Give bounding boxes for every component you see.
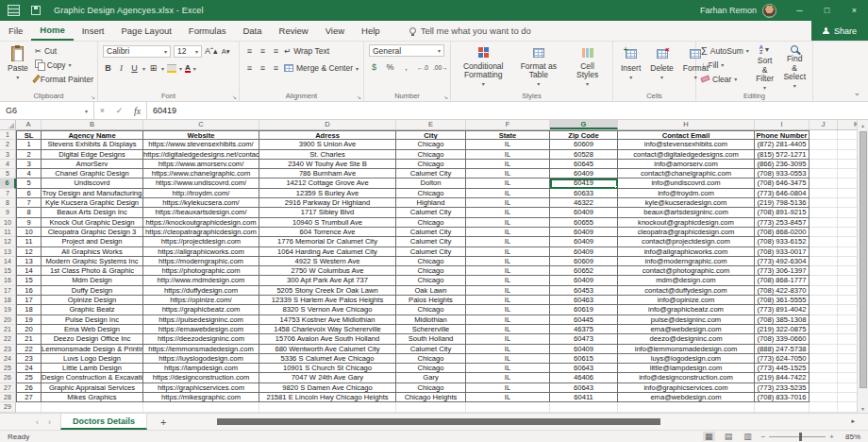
comma-style-button[interactable]: , xyxy=(401,62,411,72)
cell-I9[interactable]: (708) 891-9215 xyxy=(755,208,810,217)
cell-J3[interactable] xyxy=(810,150,838,160)
row-header-10[interactable]: 10 xyxy=(0,218,16,228)
cell-C19[interactable]: https://graphicbeatz.com xyxy=(143,305,259,314)
cell-D10[interactable]: 10940 S Trumbull Ave xyxy=(259,218,396,228)
cell-J9[interactable] xyxy=(810,208,838,217)
underline-button[interactable]: U xyxy=(129,63,140,73)
prev-sheet-arrow[interactable]: ‹ xyxy=(36,417,39,427)
cell-F20[interactable]: IL xyxy=(466,315,550,325)
cell-H5[interactable]: contact@chanelgraphic.com xyxy=(618,169,755,178)
cell-A1[interactable]: SL xyxy=(16,130,42,140)
ribbon-tab-file[interactable]: File xyxy=(0,21,31,41)
cell-H14[interactable]: info@moderngraphic.com xyxy=(618,257,755,266)
cell-K26[interactable] xyxy=(838,373,857,382)
cell-I11[interactable]: (708) 868-0200 xyxy=(755,228,810,237)
row-header-20[interactable]: 20 xyxy=(0,315,16,325)
cell-J8[interactable] xyxy=(810,198,838,208)
cell-G16[interactable]: 60409 xyxy=(550,276,618,285)
align-bottom-button[interactable]: ≡ xyxy=(271,46,281,56)
cell-C1[interactable]: Website xyxy=(143,130,259,140)
zoom-slider[interactable]: − + xyxy=(761,433,834,441)
cell-G4[interactable]: 60645 xyxy=(550,160,618,169)
cell-G18[interactable]: 60463 xyxy=(550,296,618,305)
cell-G17[interactable]: 60453 xyxy=(550,286,618,296)
copy-button[interactable]: Copy▾ xyxy=(35,59,93,71)
cell-B9[interactable]: Beaux Arts Design Inc xyxy=(42,208,143,217)
ribbon-tab-insert[interactable]: Insert xyxy=(74,21,113,41)
row-header-7[interactable]: 7 xyxy=(0,189,16,198)
cell-J20[interactable] xyxy=(810,315,838,325)
row-header-19[interactable]: 19 xyxy=(0,305,16,314)
cell-G8[interactable]: 46322 xyxy=(550,198,618,208)
row-header-6[interactable]: 6 xyxy=(0,178,16,188)
cell-C14[interactable]: https://moderngraphic.com xyxy=(143,257,259,266)
italic-button[interactable]: I xyxy=(116,63,126,73)
cell-E22[interactable]: South Holland xyxy=(396,334,466,344)
cell-I4[interactable]: (866) 236-3095 xyxy=(755,160,810,169)
cell-D25[interactable]: 10901 S Church St Chicago xyxy=(259,364,396,373)
fill-button[interactable]: ↓Fill▾ xyxy=(701,59,749,71)
cell-C13[interactable]: https://allgraphicworks.com xyxy=(143,247,259,257)
cell-E9[interactable]: Calumet City xyxy=(396,208,466,217)
cell-G15[interactable]: 60652 xyxy=(550,266,618,276)
cell-D1[interactable]: Adress xyxy=(259,130,396,140)
formula-input[interactable]: 60419 xyxy=(147,102,868,119)
cell-B23[interactable]: Lemmonsmade Design & Printing xyxy=(42,345,143,354)
cell-C16[interactable]: http://www.mdmdesign.com xyxy=(143,276,259,285)
cell-E3[interactable]: Chicago xyxy=(396,150,466,160)
cell-E23[interactable]: Calumet City xyxy=(396,345,466,354)
cell-E12[interactable]: Calumet City xyxy=(396,237,466,246)
cell-H23[interactable]: info@lemmonsmadedesign.com xyxy=(618,345,755,354)
cell-K7[interactable] xyxy=(838,189,857,198)
cell-F29[interactable] xyxy=(466,402,550,412)
cell-F14[interactable]: IL xyxy=(466,257,550,266)
cell-E1[interactable]: City xyxy=(396,130,466,140)
cell-E11[interactable]: Calumet City xyxy=(396,228,466,237)
cell-K4[interactable] xyxy=(838,160,857,169)
cell-G11[interactable]: 60409 xyxy=(550,228,618,237)
cell-K23[interactable] xyxy=(838,345,857,354)
row-header-8[interactable]: 8 xyxy=(0,198,16,208)
vertical-scrollbar[interactable]: ▴ ▾ xyxy=(857,120,868,413)
cell-B13[interactable]: All Graphics Works xyxy=(42,247,143,257)
cell-G12[interactable]: 60409 xyxy=(550,237,618,246)
cell-A19[interactable]: 18 xyxy=(16,305,42,314)
cell-H12[interactable]: contact@projectdesign.com xyxy=(618,237,755,246)
cell-F9[interactable]: IL xyxy=(466,208,550,217)
row-header-25[interactable]: 25 xyxy=(0,364,16,373)
collapse-ribbon-button[interactable]: ⌄ xyxy=(853,88,860,97)
cell-C12[interactable]: https://projectdesign.com xyxy=(143,237,259,246)
cell-F2[interactable]: IL xyxy=(466,140,550,149)
user-avatar[interactable] xyxy=(762,4,776,18)
cell-H10[interactable]: knockout@graphicdesign.com xyxy=(618,218,755,228)
cell-E14[interactable]: Chicago xyxy=(396,257,466,266)
cell-A7[interactable]: 6 xyxy=(16,189,42,198)
number-format-select[interactable]: General▾ xyxy=(369,44,444,57)
autosum-button[interactable]: ΣAutoSum▾ xyxy=(701,44,749,57)
cell-I2[interactable]: (872) 281-4405 xyxy=(755,140,810,149)
font-size-select[interactable]: 12▾ xyxy=(174,45,202,58)
cell-G7[interactable]: 60633 xyxy=(550,189,618,198)
cut-button[interactable]: ✂Cut xyxy=(35,44,93,57)
cell-H1[interactable]: Contact Email xyxy=(618,130,755,140)
cell-F23[interactable]: IL xyxy=(466,345,550,354)
cell-J23[interactable] xyxy=(810,345,838,354)
cell-F17[interactable]: IL xyxy=(466,286,550,296)
cell-H19[interactable]: info@graphicbeatz.com xyxy=(618,305,755,314)
cell-J5[interactable] xyxy=(810,169,838,178)
cell-styles-button[interactable]: Cell Styles▾ xyxy=(566,44,609,90)
cell-G14[interactable]: 60609 xyxy=(550,257,618,266)
cell-G27[interactable]: 60643 xyxy=(550,383,618,393)
cell-A5[interactable]: 4 xyxy=(16,169,42,178)
cell-H20[interactable]: pulse@designinc.com xyxy=(618,315,755,325)
cell-K6[interactable] xyxy=(838,178,857,188)
cell-K15[interactable] xyxy=(838,266,857,276)
cell-I7[interactable]: (773) 646-0804 xyxy=(755,189,810,198)
cell-A16[interactable]: 15 xyxy=(16,276,42,285)
cell-F4[interactable]: IL xyxy=(466,160,550,169)
cell-H16[interactable]: mdm@design.com xyxy=(618,276,755,285)
row-header-28[interactable]: 28 xyxy=(0,393,16,402)
cell-C11[interactable]: https://cleopatragraphicdesign.com xyxy=(143,228,259,237)
cell-D11[interactable]: 604 Torrence Ave xyxy=(259,228,396,237)
cell-H21[interactable]: ema@webdesign.com xyxy=(618,325,755,334)
